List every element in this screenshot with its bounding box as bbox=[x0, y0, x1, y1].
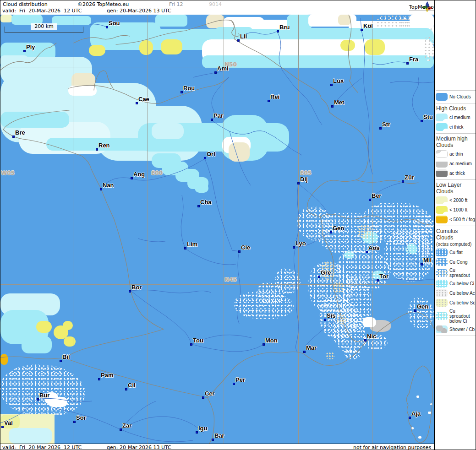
city-marker bbox=[214, 71, 217, 74]
map-area: N50W05E00E05N45 200 km SouPlyBruLilKölFr… bbox=[0, 15, 434, 444]
legend-label: Cu spreadout bbox=[449, 268, 476, 278]
city-marker bbox=[303, 351, 306, 353]
coord-label: E05 bbox=[300, 170, 312, 176]
city-label: Bur bbox=[39, 392, 49, 399]
legend-label: ac thin bbox=[449, 152, 463, 157]
city-marker bbox=[73, 421, 76, 423]
legend-item: Cu below Ci bbox=[436, 280, 476, 287]
city-label: Tor bbox=[379, 273, 388, 280]
city-label: Gen bbox=[333, 225, 344, 232]
city-marker bbox=[330, 231, 332, 233]
valid-time-text: valid: Fri 20-Mar-2026 12 UTC bbox=[2, 8, 82, 14]
city-marker bbox=[60, 360, 62, 362]
legend-item: Cu flat bbox=[436, 249, 476, 256]
city-label: Rei bbox=[270, 93, 279, 100]
city-label: Sis bbox=[327, 312, 336, 319]
legend-label: Cu below Sc bbox=[449, 300, 475, 305]
city-marker bbox=[268, 100, 270, 102]
city-label: Per bbox=[235, 376, 245, 383]
footer-generated-text: gen: 20-Mar-2026 13 UTC bbox=[107, 445, 171, 450]
city-marker bbox=[204, 157, 206, 159]
city-label: Met bbox=[334, 99, 344, 106]
city-label: Ber bbox=[372, 192, 382, 199]
legend-section: Medium high Cloudsac thinac mediumac thi… bbox=[435, 136, 476, 177]
legend-subheader: (octas computed) bbox=[436, 242, 476, 247]
city-marker bbox=[369, 199, 371, 201]
coord-label: N45 bbox=[224, 277, 237, 283]
city-marker bbox=[406, 62, 409, 65]
shower-swatch bbox=[436, 325, 448, 333]
legend-item: < 2000 ft bbox=[436, 196, 476, 204]
city-label: Cer bbox=[205, 390, 215, 397]
legend-header: High Clouds bbox=[436, 106, 476, 112]
city-label: Ply bbox=[26, 43, 35, 50]
city-label: Bru bbox=[279, 24, 290, 31]
city-label: Sor bbox=[76, 414, 86, 421]
scale-bar: 200 km bbox=[5, 27, 83, 33]
city-label: Gen bbox=[417, 303, 428, 310]
city-marker bbox=[366, 251, 368, 253]
legend-label: ac thick bbox=[449, 171, 465, 176]
city-label: Nic bbox=[367, 333, 376, 340]
city-label: Stu bbox=[423, 114, 433, 120]
city-label: Ang bbox=[133, 171, 145, 178]
legend-panel: No CloudsHigh Cloudsci mediumci thickMed… bbox=[434, 0, 476, 450]
city-label: Nan bbox=[103, 182, 114, 189]
run-code: 9014 bbox=[209, 1, 222, 7]
cithick-swatch bbox=[436, 123, 448, 131]
city-label: Cae bbox=[138, 96, 149, 103]
city-label: Aja bbox=[411, 410, 421, 417]
city-marker bbox=[238, 250, 241, 253]
legend-item: ac thick bbox=[436, 169, 476, 177]
city-marker bbox=[421, 120, 423, 122]
legend-item: ci medium bbox=[436, 114, 476, 121]
city-label: Lim bbox=[187, 241, 197, 248]
city-label: Lyo bbox=[295, 240, 306, 247]
cucong-swatch bbox=[436, 258, 448, 266]
city-label: Igu bbox=[198, 425, 208, 432]
legend-item: Cu spreadout bbox=[436, 268, 476, 278]
city-marker bbox=[196, 431, 198, 434]
city-label: Cle bbox=[241, 244, 250, 251]
city-label: Gre bbox=[321, 269, 331, 276]
city-marker bbox=[377, 279, 379, 282]
city-label: Dij bbox=[300, 176, 308, 183]
coord-label: W05 bbox=[1, 170, 15, 176]
acmedium-swatch bbox=[436, 160, 448, 168]
legend-item: ci thick bbox=[436, 123, 476, 131]
city-marker bbox=[211, 119, 213, 121]
city-marker bbox=[12, 136, 15, 138]
city-label: Zür bbox=[405, 174, 414, 181]
generated-time-text: gen: 20-Mar-2026 13 UTC bbox=[107, 8, 171, 14]
city-marker bbox=[98, 378, 100, 380]
cubelowac-swatch bbox=[436, 289, 448, 297]
legend-label: ac medium bbox=[449, 161, 472, 166]
legend-label: < 500 ft / fog bbox=[449, 217, 475, 222]
legend-divider bbox=[436, 179, 476, 180]
city-label: Ren bbox=[98, 142, 110, 149]
legend-item: No Clouds bbox=[436, 93, 476, 101]
legend-label: < 2000 ft bbox=[449, 198, 467, 203]
city-label: Rou bbox=[183, 85, 195, 92]
legend-item: Cu spreadout below Ci bbox=[436, 309, 476, 324]
footer-bar: valid: Fri 20-Mar-2026 12 UTC gen: 20-Ma… bbox=[0, 444, 434, 450]
city-marker bbox=[402, 180, 404, 183]
city-label: Fra bbox=[409, 56, 418, 63]
legend-section: Low Layer Clouds< 2000 ft< 1000 ft< 500 … bbox=[435, 182, 476, 223]
legend-label: Cu below Ci bbox=[449, 281, 474, 286]
city-marker bbox=[379, 127, 382, 130]
legend-header: Low Layer Clouds bbox=[436, 182, 476, 195]
run-time-label: Fri 12 bbox=[169, 1, 183, 7]
city-marker bbox=[324, 319, 326, 321]
legend-label: ci medium bbox=[449, 115, 471, 120]
city-label: Str bbox=[382, 121, 390, 128]
legend-item: ac medium bbox=[436, 160, 476, 168]
city-marker bbox=[318, 276, 320, 278]
cuflat-swatch bbox=[436, 249, 448, 256]
city-marker bbox=[106, 26, 108, 28]
legend-item: Cu below Ac bbox=[436, 289, 476, 297]
scale-label: 200 km bbox=[31, 23, 57, 30]
legend-label: ci thick bbox=[449, 125, 464, 130]
city-label: Mon bbox=[265, 337, 278, 344]
city-marker bbox=[96, 148, 98, 151]
